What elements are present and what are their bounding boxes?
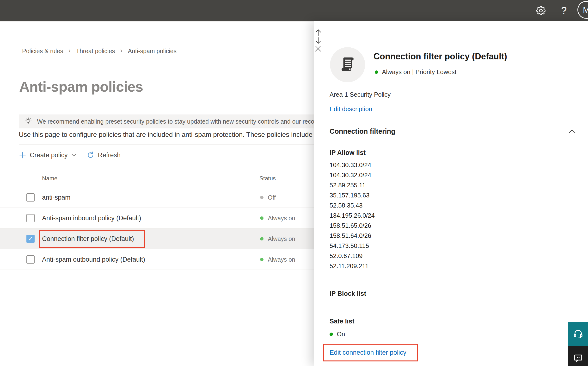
table-row[interactable]: Anti-spam outbound policy (Default) Alwa… — [0, 249, 314, 270]
previous-item-button[interactable] — [314, 28, 588, 37]
support-button[interactable] — [568, 322, 588, 346]
ip-block-list-label: IP Block list — [330, 290, 366, 297]
ip-entry: 52.11.209.211 — [330, 261, 375, 271]
avatar-initial: M — [583, 5, 588, 15]
settings-gear-button[interactable] — [530, 0, 551, 21]
status-label: Always on — [268, 256, 295, 263]
policy-avatar — [330, 47, 365, 82]
column-header-status[interactable]: Status — [259, 175, 276, 182]
status-dot-on — [330, 333, 333, 336]
defender-anti-spam-screen: ? M Policies & rules › Threat policies ›… — [0, 0, 588, 366]
create-policy-label: Create policy — [30, 152, 68, 159]
flyout-status-text: Always on | Priority Lowest — [382, 68, 456, 76]
gear-icon — [535, 5, 546, 16]
row-checkbox-checked[interactable]: ✓ — [26, 235, 35, 243]
plus-icon — [19, 151, 26, 159]
flyout-nav — [314, 28, 588, 39]
status-label: Off — [268, 194, 276, 201]
policy-table: Name Status anti-spam Off Anti-spam inbo… — [0, 172, 314, 270]
collapse-section-button[interactable] — [568, 128, 576, 135]
ip-entry: 158.51.64.0/26 — [330, 231, 375, 241]
feedback-button[interactable] — [568, 346, 588, 366]
ip-allow-list: 104.30.33.0/24 104.30.32.0/24 52.89.255.… — [330, 160, 375, 271]
question-mark-icon: ? — [561, 5, 567, 16]
page-title: Anti-spam policies — [19, 78, 143, 95]
ip-entry: 104.30.33.0/24 — [330, 160, 375, 170]
table-row[interactable]: Anti-spam inbound policy (Default) Alway… — [0, 208, 314, 229]
row-checkbox[interactable] — [26, 193, 35, 201]
checkmark-icon: ✓ — [28, 236, 33, 242]
policy-name[interactable]: anti-spam — [42, 187, 71, 208]
safe-list-label: Safe list — [330, 318, 354, 325]
ip-entry: 52.0.67.109 — [330, 251, 375, 261]
status-label: Always on — [268, 215, 295, 222]
chevron-up-icon — [568, 129, 576, 134]
policy-name[interactable]: Anti-spam inbound policy (Default) — [42, 208, 141, 229]
breadcrumb-threat-policies[interactable]: Threat policies — [76, 48, 115, 55]
table-header: Name Status — [0, 172, 314, 187]
chevron-down-icon — [71, 153, 77, 157]
help-button[interactable]: ? — [553, 0, 574, 21]
safe-list-status-text: On — [337, 330, 345, 338]
ip-entry: 158.51.65.0/26 — [330, 221, 375, 231]
command-bar: Create policy Refresh — [19, 149, 124, 162]
chevron-right-icon: › — [68, 47, 71, 54]
lightbulb-icon — [24, 117, 33, 126]
highlight-box: Edit connection filter policy — [323, 344, 418, 361]
status-label: Always on — [268, 236, 295, 242]
refresh-button[interactable]: Refresh — [87, 151, 124, 159]
arrow-up-icon — [314, 28, 588, 37]
column-header-name[interactable]: Name — [42, 175, 57, 182]
flyout-title: Connection filter policy (Default) — [374, 52, 507, 61]
divider — [330, 121, 578, 121]
ip-entry: 104.30.32.0/24 — [330, 170, 375, 180]
policy-details-flyout: Connection filter policy (Default) Alway… — [314, 21, 588, 366]
feedback-chat-icon — [573, 353, 583, 364]
highlight-box: Connection filter policy (Default) — [39, 230, 145, 248]
banner-text: We recommend enabling preset security po… — [37, 118, 350, 125]
edit-description-link[interactable]: Edit description — [330, 105, 372, 113]
status-dot-off — [260, 196, 264, 199]
safe-list-status: On — [330, 330, 345, 338]
scroll-document-icon — [338, 55, 357, 74]
status-dot-on — [260, 258, 264, 261]
arrow-down-icon — [314, 37, 588, 45]
row-checkbox[interactable] — [26, 255, 35, 264]
ip-entry: 134.195.26.0/24 — [330, 210, 375, 221]
table-row-selected[interactable]: ✓ Connection filter policy (Default) Alw… — [0, 229, 314, 249]
status-dot-on — [375, 70, 378, 74]
refresh-label: Refresh — [98, 152, 121, 159]
status-dot-on — [260, 237, 264, 240]
ip-allow-list-label: IP Allow list — [330, 149, 366, 157]
table-row[interactable]: anti-spam Off — [0, 187, 314, 208]
breadcrumb-policies-rules[interactable]: Policies & rules — [22, 48, 63, 55]
next-item-button[interactable] — [314, 37, 588, 45]
ip-entry: 54.173.50.115 — [330, 241, 375, 251]
chevron-right-icon: › — [120, 47, 123, 54]
flyout-status-line: Always on | Priority Lowest — [375, 68, 456, 76]
breadcrumb-anti-spam-policies: Anti-spam policies — [128, 48, 176, 55]
create-policy-button[interactable]: Create policy — [19, 151, 77, 159]
ip-entry: 52.58.35.43 — [330, 200, 375, 210]
row-checkbox[interactable] — [26, 214, 35, 222]
section-title-connection-filtering: Connection filtering — [330, 128, 395, 135]
ip-entry: 52.89.255.11 — [330, 180, 375, 190]
headset-icon — [573, 329, 584, 340]
policy-name[interactable]: Connection filter policy (Default) — [42, 235, 134, 243]
ip-entry: 35.157.195.63 — [330, 190, 375, 200]
edit-connection-filter-policy-link[interactable]: Edit connection filter policy — [330, 349, 406, 356]
account-avatar[interactable]: M — [577, 1, 588, 19]
breadcrumb: Policies & rules › Threat policies › Ant… — [22, 47, 176, 55]
status-dot-on — [260, 216, 264, 220]
top-app-bar: ? M — [0, 0, 588, 21]
refresh-icon — [87, 151, 95, 159]
policy-description: Area 1 Security Policy — [330, 91, 390, 98]
policy-name[interactable]: Anti-spam outbound policy (Default) — [42, 249, 145, 270]
